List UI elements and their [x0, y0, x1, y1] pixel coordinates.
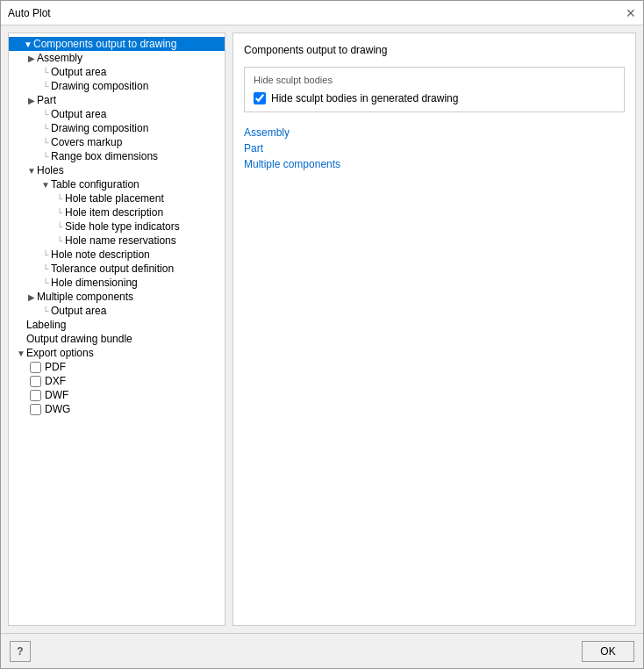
- connector: └: [54, 236, 65, 246]
- tree-item-export-options[interactable]: ▼ Export options: [9, 346, 225, 360]
- tree-item-output-area-1[interactable]: └ Output area: [9, 65, 225, 79]
- tree-label-covers-markup: Covers markup: [51, 136, 122, 148]
- tree-item-dxf[interactable]: DXF: [9, 374, 225, 388]
- tree-label-dwf: DWF: [45, 389, 68, 401]
- tree-item-dwf[interactable]: DWF: [9, 388, 225, 402]
- connector: └: [40, 250, 51, 260]
- tree-item-hole-note-description[interactable]: └ Hole note description: [9, 248, 225, 262]
- title-bar: Auto Plot ✕: [1, 1, 643, 25]
- assembly-link[interactable]: Assembly: [244, 126, 625, 139]
- tree-label-hole-note-description: Hole note description: [51, 248, 150, 261]
- tree-label-output-area-3: Output area: [51, 305, 106, 317]
- expand-icon: ▶: [26, 96, 37, 105]
- tree-item-hole-name-reservations[interactable]: └ Hole name reservations: [9, 234, 225, 248]
- tree-label-hole-item-description: Hole item description: [65, 206, 163, 219]
- tree-label-holes: Holes: [37, 164, 64, 176]
- connector: └: [40, 264, 51, 274]
- tree-item-output-area-3[interactable]: └ Output area: [9, 304, 225, 318]
- hide-sculpt-checkbox[interactable]: [254, 92, 266, 104]
- tree-label-hole-name-reservations: Hole name reservations: [65, 234, 176, 247]
- expand-icon: ▼: [40, 180, 51, 190]
- content-area: ▼ Components output to drawing ▶ Assembl…: [1, 25, 643, 633]
- tree-label-labeling: Labeling: [26, 319, 66, 331]
- tree-label-drawing-composition-2: Drawing composition: [51, 122, 148, 134]
- tree-label-side-hole-type-indicators: Side hole type indicators: [65, 220, 180, 233]
- tree-item-range-box-dimensions[interactable]: └ Range box dimensions: [9, 149, 225, 163]
- tree-item-side-hole-type-indicators[interactable]: └ Side hole type indicators: [9, 219, 225, 234]
- tree-label-range-box-dimensions: Range box dimensions: [51, 150, 158, 162]
- connector: └: [40, 82, 51, 91]
- tree-label-part: Part: [37, 94, 56, 106]
- tree-item-hole-dimensioning[interactable]: └ Hole dimensioning: [9, 276, 225, 290]
- hide-sculpt-legend: Hide sculpt bodies: [254, 75, 615, 85]
- tree-label-hole-dimensioning: Hole dimensioning: [51, 277, 138, 289]
- connector: └: [40, 306, 51, 316]
- tree-label-output-area-1: Output area: [51, 66, 106, 78]
- tree-label-table-configuration: Table configuration: [51, 178, 140, 191]
- expand-icon: ▶: [26, 54, 37, 63]
- tree-label-tolerance-output-definition: Tolerance output definition: [51, 263, 174, 275]
- expand-icon: ▶: [26, 292, 37, 302]
- tree-label-assembly: Assembly: [37, 52, 82, 64]
- tree-item-tolerance-output-definition[interactable]: └ Tolerance output definition: [9, 262, 225, 276]
- multiple-components-link[interactable]: Multiple components: [244, 158, 625, 170]
- hide-sculpt-row: Hide sculpt bodies in generated drawing: [254, 92, 615, 104]
- ok-button[interactable]: OK: [582, 641, 634, 662]
- connector: └: [54, 222, 65, 232]
- tree-item-components-output[interactable]: ▼ Components output to drawing: [9, 37, 225, 51]
- tree-item-covers-markup[interactable]: └ Covers markup: [9, 135, 225, 149]
- tree-item-assembly[interactable]: ▶ Assembly: [9, 51, 225, 65]
- tree-item-drawing-composition-1[interactable]: └ Drawing composition: [9, 79, 225, 93]
- tree-label-pdf: PDF: [45, 361, 66, 373]
- expand-icon: ▼: [26, 166, 37, 176]
- tree-item-table-configuration[interactable]: ▼ Table configuration: [9, 177, 225, 191]
- tree-label-output-area-2: Output area: [51, 108, 106, 120]
- tree-item-output-area-2[interactable]: └ Output area: [9, 107, 225, 121]
- links-section: Assembly Part Multiple components: [244, 126, 625, 170]
- connector: └: [54, 208, 65, 218]
- expand-icon: ▼: [16, 349, 26, 358]
- dwg-checkbox[interactable]: [30, 404, 41, 415]
- bottom-bar: ? OK: [1, 633, 643, 668]
- tree-item-multiple-components[interactable]: ▶ Multiple components: [9, 290, 225, 304]
- pdf-checkbox[interactable]: [30, 362, 41, 373]
- tree-label-output-drawing-bundle: Output drawing bundle: [26, 333, 132, 345]
- expand-icon: ▼: [23, 40, 33, 49]
- help-button[interactable]: ?: [10, 641, 31, 662]
- window-title: Auto Plot: [8, 7, 51, 19]
- tree-label-drawing-composition-1: Drawing composition: [51, 80, 148, 92]
- connector: └: [40, 68, 51, 77]
- tree-item-dwg[interactable]: DWG: [9, 402, 225, 416]
- hide-sculpt-label: Hide sculpt bodies in generated drawing: [271, 92, 458, 104]
- tree-item-labeling[interactable]: Labeling: [9, 318, 225, 332]
- connector: └: [40, 138, 51, 147]
- right-panel-title: Components output to drawing: [244, 44, 625, 56]
- tree-item-pdf[interactable]: PDF: [9, 360, 225, 374]
- tree-label-dxf: DXF: [45, 375, 66, 387]
- right-panel: Components output to drawing Hide sculpt…: [233, 32, 636, 626]
- dwf-checkbox[interactable]: [30, 390, 41, 401]
- connector: └: [40, 110, 51, 119]
- tree-item-hole-table-placement[interactable]: └ Hole table placement: [9, 191, 225, 205]
- hide-sculpt-section: Hide sculpt bodies Hide sculpt bodies in…: [244, 67, 625, 112]
- connector: └: [40, 124, 51, 133]
- tree-item-hole-item-description[interactable]: └ Hole item description: [9, 205, 225, 219]
- connector: └: [40, 278, 51, 288]
- auto-plot-window: Auto Plot ✕ ▼ Components output to drawi…: [0, 0, 644, 669]
- connector: └: [40, 152, 51, 162]
- tree-label-dwg: DWG: [45, 403, 70, 415]
- tree-panel: ▼ Components output to drawing ▶ Assembl…: [8, 32, 225, 626]
- close-button[interactable]: ✕: [626, 7, 636, 19]
- tree-item-part[interactable]: ▶ Part: [9, 93, 225, 107]
- tree-label-components-output: Components output to drawing: [33, 38, 176, 50]
- tree-label-hole-table-placement: Hole table placement: [65, 192, 164, 205]
- dxf-checkbox[interactable]: [30, 376, 41, 387]
- tree-label-export-options: Export options: [26, 347, 94, 359]
- tree-item-drawing-composition-2[interactable]: └ Drawing composition: [9, 121, 225, 135]
- tree-item-holes[interactable]: ▼ Holes: [9, 163, 225, 177]
- connector: └: [54, 194, 65, 204]
- tree-label-multiple-components: Multiple components: [37, 291, 133, 303]
- part-link[interactable]: Part: [244, 142, 625, 155]
- tree-item-output-drawing-bundle[interactable]: Output drawing bundle: [9, 332, 225, 346]
